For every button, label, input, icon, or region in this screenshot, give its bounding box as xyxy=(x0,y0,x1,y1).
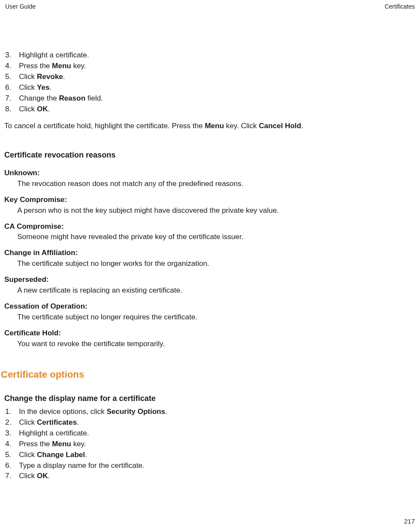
text: key. xyxy=(71,440,86,448)
reason-definition: A person who is not the key subject migh… xyxy=(17,206,416,216)
list-item: 1. In the device options, click Security… xyxy=(5,407,416,417)
text: . xyxy=(63,73,65,81)
bold: Security Options xyxy=(107,407,165,416)
text: Press the xyxy=(19,62,52,70)
step-number: 5. xyxy=(5,72,19,82)
text: Click xyxy=(19,451,37,459)
reason-term: Certificate Hold: xyxy=(4,328,416,338)
step-text: Click OK. xyxy=(19,104,416,114)
steps-list-b: 1. In the device options, click Security… xyxy=(4,407,416,482)
step-number: 6. xyxy=(5,461,19,471)
step-number: 4. xyxy=(5,61,19,71)
step-text: Highlight a certificate. xyxy=(19,429,416,439)
text: . xyxy=(48,472,50,480)
reason-definition: The certificate subject no longer works … xyxy=(17,259,416,269)
list-item: 6. Click Yes. xyxy=(5,83,416,93)
step-number: 3. xyxy=(5,429,19,439)
text: Click xyxy=(19,418,37,426)
reason-term: Key Compromise: xyxy=(4,195,416,205)
bold: Menu xyxy=(205,122,224,130)
text: . xyxy=(48,105,50,113)
bold: OK xyxy=(37,472,48,480)
step-text: Click Change Label. xyxy=(19,450,416,460)
list-item: 4. Press the Menu key. xyxy=(5,61,416,71)
reason-definition: The certificate subject no longer requir… xyxy=(17,312,416,322)
bold: Cancel Hold xyxy=(259,122,301,130)
step-number: 6. xyxy=(5,83,19,93)
header-left: User Guide xyxy=(5,3,36,11)
list-item: 4. Press the Menu key. xyxy=(5,439,416,449)
reason-term: Unknown: xyxy=(4,168,416,178)
list-item: 2. Click Certificates. xyxy=(5,418,416,428)
reason-term: CA Compromise: xyxy=(4,222,416,232)
bold: Menu xyxy=(52,440,71,448)
reason-term: Cessation of Operation: xyxy=(4,302,416,312)
page: User Guide Certificates 3. Highlight a c… xyxy=(0,0,420,530)
text: key. xyxy=(71,62,86,70)
step-text: Change the Reason field. xyxy=(19,94,416,104)
revocation-reasons-heading: Certificate revocation reasons xyxy=(4,150,416,160)
reason-definition: A new certificate is replacing an existi… xyxy=(17,286,416,296)
text: field. xyxy=(85,94,103,102)
reason-definition: The revocation reason does not match any… xyxy=(17,179,416,189)
text: . xyxy=(165,407,167,416)
step-text: Press the Menu key. xyxy=(19,439,416,449)
step-text: Click OK. xyxy=(19,471,416,481)
text: . xyxy=(77,418,79,426)
text: Click xyxy=(19,83,37,91)
list-item: 3. Highlight a certificate. xyxy=(5,429,416,439)
text: Click xyxy=(19,472,37,480)
step-text: Type a display name for the certificate. xyxy=(19,461,416,471)
step-number: 7. xyxy=(5,94,19,104)
list-item: 8. Click OK. xyxy=(5,104,416,114)
list-item: 5. Click Change Label. xyxy=(5,450,416,460)
header-right: Certificates xyxy=(385,3,415,11)
list-item: 6. Type a display name for the certifica… xyxy=(5,461,416,471)
step-text: Highlight a certificate. xyxy=(19,50,416,60)
step-text: Click Yes. xyxy=(19,83,416,93)
step-number: 2. xyxy=(5,418,19,428)
list-item: 5. Click Revoke. xyxy=(5,72,416,82)
bold: Reason xyxy=(59,94,85,102)
bold: Certificates xyxy=(37,418,77,426)
text: . xyxy=(85,451,87,459)
text: Press the xyxy=(19,440,52,448)
step-number: 4. xyxy=(5,439,19,449)
step-number: 5. xyxy=(5,450,19,460)
bold: Change Label xyxy=(37,451,85,459)
bold: Revoke xyxy=(37,73,63,81)
step-text: Click Revoke. xyxy=(19,72,416,82)
step-text: Press the Menu key. xyxy=(19,61,416,71)
step-text: Click Certificates. xyxy=(19,418,416,428)
bold: Yes xyxy=(37,83,50,91)
reason-term: Change in Affiliation: xyxy=(4,248,416,258)
text: . xyxy=(50,83,52,91)
page-header: User Guide Certificates xyxy=(4,3,416,11)
step-number: 7. xyxy=(5,471,19,481)
certificate-options-heading: Certificate options xyxy=(1,368,416,381)
step-number: 8. xyxy=(5,104,19,114)
text: Click xyxy=(19,73,37,81)
bold: OK xyxy=(37,105,48,113)
page-content: 3. Highlight a certificate. 4. Press the… xyxy=(4,11,416,482)
text: . xyxy=(301,122,303,130)
step-number: 1. xyxy=(5,407,19,417)
list-item: 3. Highlight a certificate. xyxy=(5,50,416,60)
list-item: 7. Change the Reason field. xyxy=(5,94,416,104)
text: Click xyxy=(19,105,37,113)
cancel-hold-note: To cancel a certificate hold, highlight … xyxy=(4,121,416,131)
text: In the device options, click xyxy=(19,407,107,416)
reasons-list: Unknown: The revocation reason does not … xyxy=(4,168,416,349)
reason-term: Superseded: xyxy=(4,275,416,285)
bold: Menu xyxy=(52,62,71,70)
page-number: 217 xyxy=(404,517,415,526)
change-display-name-heading: Change the display name for a certificat… xyxy=(4,393,416,404)
steps-list-a: 3. Highlight a certificate. 4. Press the… xyxy=(4,50,416,114)
reason-definition: Someone might have revealed the private … xyxy=(17,232,416,242)
text: To cancel a certificate hold, highlight … xyxy=(4,122,205,130)
step-number: 3. xyxy=(5,50,19,60)
text: key. Click xyxy=(224,122,259,130)
text: Change the xyxy=(19,94,59,102)
list-item: 7. Click OK. xyxy=(5,471,416,481)
reason-definition: You want to revoke the certificate tempo… xyxy=(17,339,416,349)
